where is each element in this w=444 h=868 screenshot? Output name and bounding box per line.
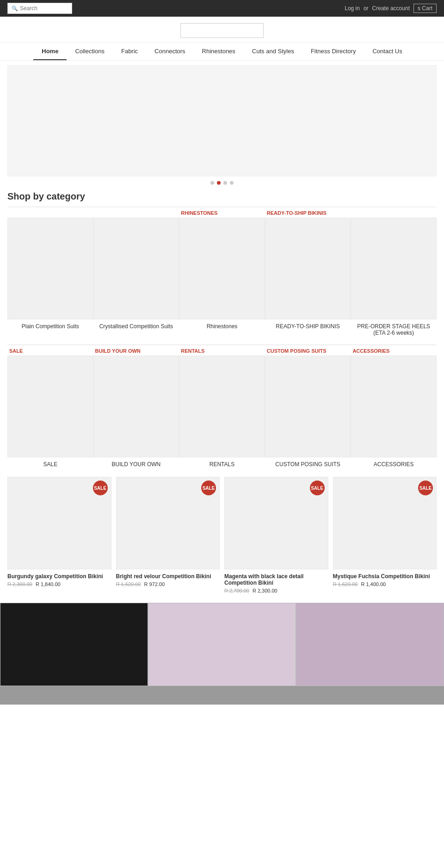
product-prices-2: R 2,700.00 R 2,300.00 [224, 588, 328, 593]
product-card-2[interactable]: SALE Magenta with black lace detail Comp… [224, 477, 328, 593]
shop-by-category-title: Shop by category [7, 191, 437, 202]
price-original-1: R 1,620.00 [116, 581, 141, 587]
category-sale-label: SALE [41, 461, 59, 468]
category-custom-posing[interactable]: CUSTOM POSING SUITS [265, 356, 351, 469]
category-rts-image [265, 218, 351, 319]
category-custom-label: CUSTOM POSING SUITS [273, 461, 342, 468]
carousel-dot-4[interactable] [230, 181, 234, 185]
label-build-your-own: BUILD YOUR OWN [93, 344, 179, 356]
category-byo-image [93, 356, 179, 457]
nav-contact[interactable]: Contact Us [364, 43, 410, 60]
product-card-0[interactable]: SALE Burgundy galaxy Competition Bikini … [7, 477, 111, 593]
category-plain-suits-label: Plain Competition Suits [20, 323, 81, 330]
or-label: or [364, 5, 369, 12]
product-name-3: Mystique Fuchsia Competition Bikini [333, 573, 437, 580]
price-original-0: R 2,300.00 [7, 581, 32, 587]
nav-collections[interactable]: Collections [67, 43, 113, 60]
category-row2: SALE BUILD YOUR OWN RENTALS CUSTOM POSIN… [0, 356, 444, 469]
nav-rhinestones[interactable]: Rhinestones [194, 43, 244, 60]
category-heels-image [351, 218, 437, 319]
search-input[interactable] [20, 5, 71, 12]
product-name-0: Burgundy galaxy Competition Bikini [7, 573, 111, 580]
category-row1-labels: Rhinestones READY-TO-SHIP BIKINIS [0, 206, 444, 218]
category-crystallised[interactable]: Crystallised Competition Suits [93, 218, 179, 338]
category-rentals[interactable]: RENTALS [179, 356, 265, 469]
category-build-your-own[interactable]: BUILD YOUR OWN [93, 356, 179, 469]
category-accessories-label: ACCESSORIES [372, 461, 416, 468]
product-prices-0: R 2,300.00 R 1,840.00 [7, 581, 111, 587]
carousel-dot-1[interactable] [210, 181, 214, 185]
nav-home[interactable]: Home [33, 43, 67, 60]
price-sale-0: R 1,840.00 [36, 581, 61, 587]
category-crystallised-image [93, 218, 179, 319]
price-sale-3: R 1,400.00 [361, 581, 386, 587]
category-rts-label: READY-TO-SHIP BIKINIS [274, 323, 342, 330]
category-custom-image [265, 356, 351, 457]
sale-badge-0: SALE [93, 481, 108, 495]
top-bar-right: Log in or Create account s Cart [345, 4, 437, 13]
cart-label: Cart [422, 5, 432, 12]
category-plain-suits[interactable]: Plain Competition Suits [7, 218, 93, 338]
carousel-dots [0, 181, 444, 185]
category-rhinestones[interactable]: Rhinestones [179, 218, 265, 338]
cart-button[interactable]: s Cart [413, 4, 437, 13]
category-row1: Plain Competition Suits Crystallised Com… [0, 218, 444, 338]
page-footer [0, 686, 444, 705]
nav-fabric[interactable]: Fabric [113, 43, 146, 60]
product-prices-1: R 1,620.00 R 972.00 [116, 581, 220, 587]
product-prices-3: R 1,620.00 R 1,400.00 [333, 581, 437, 587]
sale-badge-2: SALE [310, 481, 325, 495]
label-rhinestones: Rhinestones [179, 206, 265, 218]
promo-image-3[interactable] [296, 603, 444, 686]
category-crystallised-label: Crystallised Competition Suits [98, 323, 175, 330]
product-card-1[interactable]: SALE Bright red velour Competition Bikin… [116, 477, 220, 593]
label-heels [351, 206, 437, 218]
category-accessories-image [351, 356, 437, 457]
category-rentals-image [179, 356, 265, 457]
carousel-dot-2[interactable] [217, 181, 221, 185]
price-original-2: R 2,700.00 [224, 588, 249, 593]
category-rts-bikinis[interactable]: READY-TO-SHIP BIKINIS [265, 218, 351, 338]
main-nav: Home Collections Fabric Connectors Rhine… [0, 43, 444, 61]
category-stage-heels[interactable]: PRE-ORDER STAGE HEELS (ETA 2-6 weeks) [351, 218, 437, 338]
category-byo-label: BUILD YOUR OWN [110, 461, 162, 468]
product-name-2: Magenta with black lace detail Competiti… [224, 573, 328, 586]
nav-cuts-styles[interactable]: Cuts and Styles [244, 43, 302, 60]
label-rts: READY-TO-SHIP BIKINIS [265, 206, 351, 218]
label-accessories: ACCESSORIES [351, 344, 437, 356]
create-account-link[interactable]: Create account [372, 5, 410, 12]
label-custom-posing: CUSTOM POSING SUITS [265, 344, 351, 356]
nav-fitness-directory[interactable]: Fitness Directory [302, 43, 364, 60]
category-rhinestones-image [179, 218, 265, 319]
cart-count: s [418, 5, 420, 12]
price-sale-1: R 972.00 [144, 581, 165, 587]
category-rentals-label: RENTALS [208, 461, 236, 468]
price-original-3: R 1,620.00 [333, 581, 358, 587]
price-sale-2: R 2,300.00 [253, 588, 278, 593]
label-plain [7, 206, 93, 218]
product-name-1: Bright red velour Competition Bikini [116, 573, 220, 580]
nav-connectors[interactable]: Connectors [146, 43, 193, 60]
carousel-dot-3[interactable] [223, 181, 227, 185]
category-sale[interactable]: SALE [7, 356, 93, 469]
category-rhinestones-label: Rhinestones [205, 323, 240, 330]
label-crystallised [93, 206, 179, 218]
logo[interactable] [180, 23, 264, 38]
bottom-promo-images [0, 603, 444, 686]
search-box[interactable]: 🔍 [7, 3, 72, 14]
search-icon: 🔍 [12, 6, 18, 12]
login-link[interactable]: Log in [345, 5, 360, 12]
promo-image-1[interactable] [0, 603, 148, 686]
hero-banner [7, 65, 437, 176]
category-plain-suits-image [7, 218, 93, 319]
category-heels-label: PRE-ORDER STAGE HEELS (ETA 2-6 weeks) [351, 323, 437, 336]
category-sale-image [7, 356, 93, 457]
label-rentals: RENTALS [179, 344, 265, 356]
category-row2-labels: SALE BUILD YOUR OWN RENTALS CUSTOM POSIN… [0, 344, 444, 356]
promo-image-2[interactable] [148, 603, 296, 686]
label-sale: SALE [7, 344, 93, 356]
products-grid: SALE Burgundy galaxy Competition Bikini … [7, 477, 437, 593]
category-accessories[interactable]: ACCESSORIES [351, 356, 437, 469]
product-card-3[interactable]: SALE Mystique Fuchsia Competition Bikini… [333, 477, 437, 593]
top-bar: 🔍 Log in or Create account s Cart [0, 0, 444, 17]
